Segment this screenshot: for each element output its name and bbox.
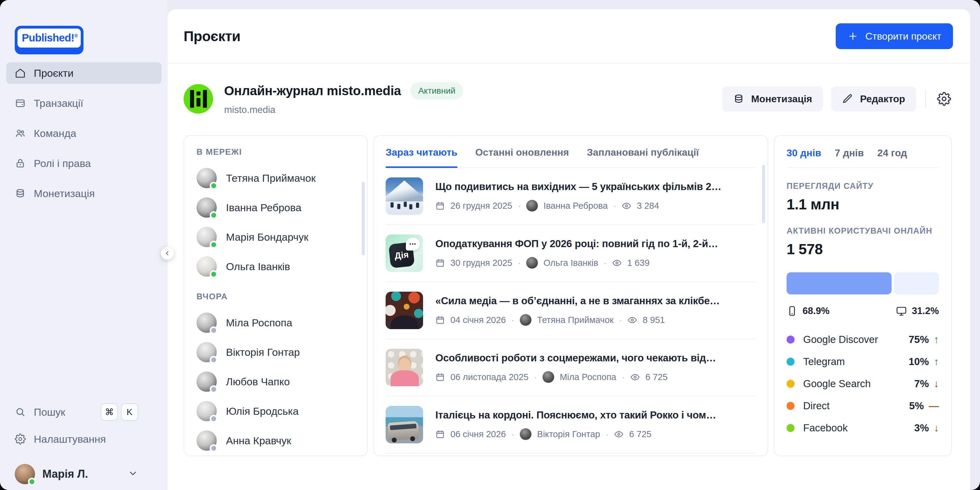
traffic-source-row: Facebook 3%↓ bbox=[787, 422, 939, 434]
tab-7-days[interactable]: 7 днів bbox=[835, 147, 864, 159]
project-avatar bbox=[184, 84, 213, 114]
article-row[interactable]: «Сила медіа — в об’єднанні, а не в змага… bbox=[386, 282, 756, 339]
away-status-dot bbox=[210, 326, 218, 334]
tab-now-reading[interactable]: Зараз читають bbox=[386, 147, 457, 167]
calendar-icon bbox=[435, 315, 445, 325]
source-color-dot bbox=[787, 336, 795, 344]
sidebar-item-projects[interactable]: Проєкти bbox=[6, 62, 161, 84]
article-author: Ольга Іванків bbox=[543, 258, 598, 268]
active-users-label: АКТИВНІ КОРИСТУВАЧІ ОНЛАЙН bbox=[787, 226, 939, 236]
article-author: Міла Роспопа bbox=[560, 372, 616, 382]
article-date: 26 грудня 2025 bbox=[450, 201, 512, 211]
articles-tabs: Зараз читають Останні оновлення Запланов… bbox=[386, 136, 756, 168]
stats-panel: 30 днів 7 днів 24 год ПЕРЕГЛЯДИ САЙТУ 1.… bbox=[774, 135, 952, 456]
source-value: 7% bbox=[914, 378, 929, 390]
avatar bbox=[196, 227, 217, 247]
source-color-dot bbox=[787, 424, 795, 432]
chevron-down-icon bbox=[128, 468, 138, 480]
device-split-legend: 68.9% 31.2% bbox=[787, 305, 939, 317]
tab-24-hours[interactable]: 24 год bbox=[877, 147, 907, 159]
article-title: Оподаткування ФОП у 2026 році: повний гі… bbox=[435, 238, 756, 250]
sidebar-item-transactions[interactable]: Транзакції bbox=[6, 92, 161, 114]
settings-button[interactable]: Налаштування bbox=[15, 426, 138, 453]
online-list: Тетяна Приймачок Іванна Реброва Марія Бо… bbox=[196, 168, 355, 277]
gear-icon bbox=[15, 434, 26, 445]
article-title: Італієць на кордоні. Пояснюємо, хто таки… bbox=[435, 409, 756, 421]
eye-icon bbox=[628, 315, 637, 325]
avatar bbox=[196, 197, 217, 218]
site-views-value: 1.1 млн bbox=[787, 196, 939, 213]
project-settings-button[interactable] bbox=[935, 91, 953, 106]
published-logo: Published!® bbox=[15, 26, 84, 54]
article-row[interactable]: Італієць на кордоні. Пояснюємо, хто таки… bbox=[386, 396, 756, 453]
team-panel: В МЕРЕЖІ Тетяна Приймачок Іванна Реброва… bbox=[184, 135, 368, 456]
article-row[interactable]: Що подивитись на вихідних — 5 українськи… bbox=[386, 168, 756, 225]
list-item[interactable]: Іванна Реброва bbox=[196, 197, 355, 218]
list-item[interactable]: Марія Бондарчук bbox=[196, 227, 355, 247]
article-author: Іванна Реброва bbox=[543, 201, 608, 211]
pencil-icon bbox=[842, 93, 853, 104]
dashboard-panels: В МЕРЕЖІ Тетяна Приймачок Іванна Реброва… bbox=[168, 135, 970, 456]
person-name: Анна Кравчук bbox=[226, 435, 291, 447]
article-date: 06 листопада 2025 bbox=[450, 372, 528, 382]
active-users-value: 1 578 bbox=[787, 241, 939, 258]
desktop-bar-segment bbox=[894, 272, 939, 294]
traffic-source-row: Google Search 7%↓ bbox=[787, 378, 939, 390]
sidebar-item-roles[interactable]: Ролі і права bbox=[6, 153, 161, 174]
list-item[interactable]: Вікторія Гонтар bbox=[196, 342, 355, 362]
list-item[interactable]: Любов Чапко bbox=[196, 371, 355, 392]
mobile-share: 68.9% bbox=[787, 305, 830, 317]
traffic-sources: Google Discover 75%↑ Telegram 10%↑ Googl… bbox=[787, 334, 939, 434]
yesterday-list: Міла Роспопа Вікторія Гонтар Любов Чапко… bbox=[196, 313, 355, 451]
online-section-header: В МЕРЕЖІ bbox=[196, 147, 355, 157]
source-name: Google Search bbox=[803, 378, 871, 390]
person-name: Юлія Бродська bbox=[226, 405, 299, 417]
article-thumbnail bbox=[386, 406, 423, 443]
list-item[interactable]: Ольга Іванків bbox=[196, 256, 355, 277]
period-tabs: 30 днів 7 днів 24 год bbox=[787, 147, 939, 168]
online-status-dot bbox=[210, 211, 218, 219]
lock-icon bbox=[15, 158, 26, 169]
scrollbar[interactable] bbox=[762, 165, 765, 223]
desktop-share: 31.2% bbox=[896, 305, 939, 317]
scrollbar[interactable] bbox=[362, 182, 365, 255]
person-name: Ольга Іванків bbox=[226, 261, 290, 273]
away-status-dot bbox=[210, 356, 218, 364]
plus-icon bbox=[847, 31, 858, 42]
sidebar-item-monetization[interactable]: Монетизація bbox=[6, 183, 161, 204]
tab-scheduled[interactable]: Заплановані публікації bbox=[587, 147, 699, 167]
page-title: Проєкти bbox=[184, 28, 240, 45]
site-views-label: ПЕРЕГЛЯДИ САЙТУ bbox=[787, 181, 939, 191]
mobile-share-value: 68.9% bbox=[803, 305, 830, 317]
calendar-icon bbox=[435, 201, 445, 211]
article-title: «Сила медіа — в об’єднанні, а не в змага… bbox=[435, 295, 756, 307]
sidebar-collapse-button[interactable] bbox=[161, 247, 174, 260]
monetization-label: Монетизація bbox=[751, 93, 812, 105]
user-name: Марія Л. bbox=[42, 468, 88, 480]
source-value: 10% bbox=[908, 356, 929, 368]
tab-latest-updates[interactable]: Останні оновлення bbox=[475, 147, 569, 167]
create-project-button[interactable]: Створити проєкт bbox=[836, 23, 953, 49]
search-button[interactable]: Пошук ⌘ K bbox=[15, 399, 138, 426]
avatar bbox=[196, 256, 217, 277]
coins-icon bbox=[733, 93, 744, 104]
list-item[interactable]: Тетяна Приймачок bbox=[196, 168, 355, 188]
user-menu[interactable]: Марія Л. bbox=[15, 462, 138, 486]
article-title: Що подивитись на вихідних — 5 українськи… bbox=[435, 181, 756, 192]
list-item[interactable]: Юлія Бродська bbox=[196, 401, 355, 421]
project-header: Онлайн-журнал misto.media Активний misto… bbox=[168, 64, 970, 135]
avatar bbox=[196, 401, 217, 421]
editor-button[interactable]: Редактор bbox=[831, 86, 916, 111]
monetization-button[interactable]: Монетизація bbox=[722, 86, 823, 111]
sidebar-item-team[interactable]: Команда bbox=[6, 123, 161, 144]
article-thumbnail bbox=[386, 177, 423, 215]
source-value: 3% bbox=[914, 422, 929, 434]
list-item[interactable]: Міла Роспопа bbox=[196, 313, 355, 333]
project-domain: misto.media bbox=[224, 104, 463, 115]
article-views: 6 725 bbox=[629, 429, 651, 439]
sidebar-bottom: Пошук ⌘ K Налаштування Марія Л. bbox=[0, 399, 168, 486]
list-item[interactable]: Анна Кравчук bbox=[196, 430, 355, 451]
article-row[interactable]: Особливості роботи з соцмережами, чого ч… bbox=[386, 339, 756, 396]
tab-30-days[interactable]: 30 днів bbox=[787, 147, 821, 159]
article-row[interactable]: Дія••• Оподаткування ФОП у 2026 році: по… bbox=[386, 225, 756, 282]
